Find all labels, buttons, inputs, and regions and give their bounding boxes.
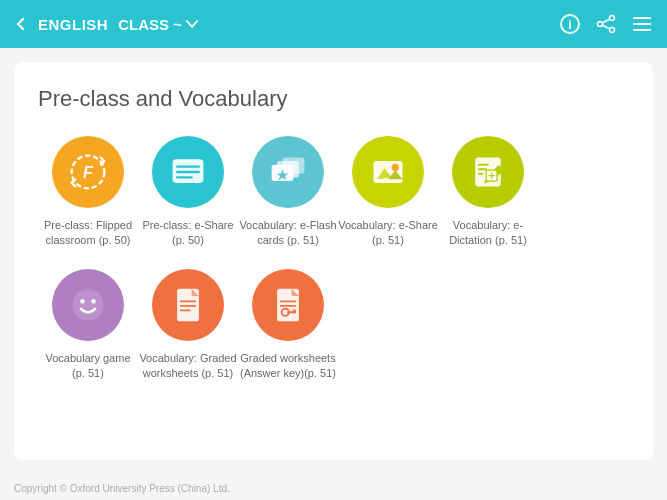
copyright-text: Copyright © Oxford University Press (Chi…: [14, 483, 230, 494]
svg-point-2: [598, 22, 603, 27]
back-button[interactable]: [14, 17, 28, 31]
footer: Copyright © Oxford University Press (Chi…: [14, 483, 230, 494]
svg-point-32: [73, 289, 104, 320]
flipped-classroom-label: Pre-class: Flipped classroom (p. 50): [38, 218, 138, 249]
eshare-vocab-icon: [352, 136, 424, 208]
icon-eshare-preclass[interactable]: Pre-class: e-Share (p. 50): [138, 136, 238, 249]
eshare-preclass-label: Pre-class: e-Share (p. 50): [138, 218, 238, 249]
info-icon-button[interactable]: i: [559, 13, 581, 35]
eshare-preclass-icon: [152, 136, 224, 208]
svg-text:F: F: [83, 163, 94, 181]
icons-grid: F Pre-class: Flipped classroom (p. 50) P…: [38, 136, 629, 402]
share-icon-button[interactable]: [595, 13, 617, 35]
icon-graded-answer[interactable]: Graded worksheets (Answer key)(p. 51): [238, 269, 338, 382]
header-english-label: ENGLISH: [38, 16, 108, 33]
edictation-label: Vocabulary: e-Dictation (p. 51): [438, 218, 538, 249]
menu-icon-button[interactable]: [631, 13, 653, 35]
icon-eflash[interactable]: Vocabulary: e-Flash cards (p. 51): [238, 136, 338, 249]
svg-rect-20: [373, 161, 402, 183]
graded-answer-label: Graded worksheets (Answer key)(p. 51): [238, 351, 338, 382]
icon-edictation[interactable]: Vocabulary: e-Dictation (p. 51): [438, 136, 538, 249]
page-title: Pre-class and Vocabulary: [38, 86, 629, 112]
graded-answer-icon: [252, 269, 324, 341]
svg-point-3: [610, 16, 615, 21]
edictation-icon: [452, 136, 524, 208]
vocab-game-icon: [52, 269, 124, 341]
eflash-icon: [252, 136, 324, 208]
svg-line-6: [602, 25, 610, 29]
vocab-game-label: Vocabulary game (p. 51): [38, 351, 138, 382]
svg-line-5: [602, 19, 610, 23]
main-content: Pre-class and Vocabulary F Pre-class: Fl…: [14, 62, 653, 460]
eflash-label: Vocabulary: e-Flash cards (p. 51): [238, 218, 338, 249]
flipped-classroom-icon: F: [52, 136, 124, 208]
header-class-suffix: ~: [173, 16, 182, 33]
svg-point-34: [91, 299, 96, 304]
header-class-selector[interactable]: CLASS ~: [118, 16, 198, 33]
graded-worksheets-icon: [152, 269, 224, 341]
graded-worksheets-label: Vocabulary: Graded worksheets (p. 51): [138, 351, 238, 382]
icon-flipped-classroom[interactable]: F Pre-class: Flipped classroom (p. 50): [38, 136, 138, 249]
icon-graded-worksheets[interactable]: Vocabulary: Graded worksheets (p. 51): [138, 269, 238, 382]
icon-vocab-game[interactable]: Vocabulary game (p. 51): [38, 269, 138, 382]
header-class-label: CLASS: [118, 16, 169, 33]
svg-point-33: [80, 299, 85, 304]
svg-point-4: [610, 28, 615, 33]
eshare-vocab-label: Vocabulary: e-Share (p. 51): [338, 218, 438, 249]
header-actions: i: [559, 13, 653, 35]
svg-point-23: [392, 164, 399, 171]
svg-text:i: i: [568, 18, 571, 32]
icon-eshare-vocab[interactable]: Vocabulary: e-Share (p. 51): [338, 136, 438, 249]
header: ENGLISH CLASS ~ i: [0, 0, 667, 48]
